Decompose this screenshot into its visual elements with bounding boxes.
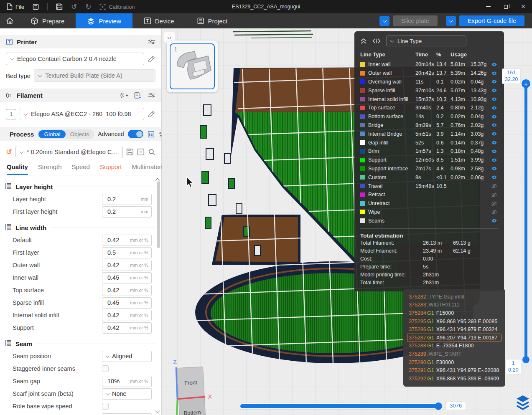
eye-off-icon[interactable] <box>490 200 498 207</box>
tab-preview[interactable]: Preview <box>76 13 132 28</box>
eye-off-icon[interactable] <box>490 192 498 198</box>
eye-icon[interactable] <box>490 165 498 172</box>
eye-icon[interactable] <box>490 218 498 224</box>
layers-view-icon[interactable] <box>515 395 531 411</box>
gcode-line-375287[interactable]: 375287G1X96.207 Y94.713 E.00187 <box>407 334 501 342</box>
search-params-icon[interactable] <box>148 148 155 156</box>
gcode-line-375284[interactable]: 375284G1F15000 <box>407 309 501 317</box>
printer-settings-icon[interactable] <box>148 39 155 45</box>
layer-slider-top-handle[interactable]: + <box>522 79 530 88</box>
filament-slot-number[interactable]: 1 <box>6 109 16 119</box>
preview-viewport[interactable]: Front Bottom Z X Y ‹› 1 <box>162 28 532 415</box>
tab-project[interactable]: Project <box>186 13 239 28</box>
eye-icon[interactable] <box>490 174 498 180</box>
move-slider-handle[interactable] <box>435 402 442 410</box>
bed-type-select[interactable]: Textured Build Plate (Side A) <box>34 69 155 82</box>
first-layer-input[interactable]: 0.5mm or % <box>102 247 152 258</box>
outer-wall-input[interactable]: 0.42mm or % <box>102 260 152 271</box>
tab-strength[interactable]: Strength <box>38 163 62 175</box>
filament-preset-select[interactable]: Elegoo ASA @ECC2 - 260_100 f0.98 <box>20 108 144 120</box>
first-layer-height-input[interactable]: 0.2mm <box>102 206 152 218</box>
eye-icon[interactable] <box>490 131 498 137</box>
eye-off-icon[interactable] <box>490 183 498 189</box>
eye-icon[interactable] <box>490 87 498 94</box>
filament-settings-icon[interactable] <box>148 92 155 98</box>
view-type-select[interactable]: Line Type <box>386 35 466 46</box>
seam-position-select[interactable]: Aligned <box>102 351 152 362</box>
scarf-joint-seam-beta-select[interactable]: None <box>102 388 152 400</box>
layer-slider-track[interactable] <box>524 84 527 360</box>
move-slider-track[interactable] <box>239 403 439 409</box>
sparse-infill-input[interactable]: 0.45mm or % <box>102 297 152 309</box>
export-gcode-button[interactable]: Export G-code file <box>459 15 524 26</box>
eye-icon[interactable] <box>490 70 498 76</box>
view-cube[interactable]: Front Bottom Z X Y <box>170 357 214 415</box>
restore-button[interactable] <box>497 0 514 13</box>
slice-plate-button[interactable]: Slice plate <box>393 15 438 26</box>
seam-gap-input[interactable]: 10%mm or % <box>102 376 152 387</box>
plate-thumbnail[interactable]: 1 <box>167 40 218 92</box>
gcode-viewer-icon[interactable] <box>372 38 381 44</box>
inner-wall-input[interactable]: 0.45mm or % <box>102 272 152 283</box>
gcode-line-375290[interactable]: 375290G1F30000 <box>407 358 501 367</box>
gcode-line-375288[interactable]: 375288G1E-.73354 F1800 <box>407 342 501 350</box>
gcode-line-375286[interactable]: 375286G1X96.431 Y94.979 E.00324 <box>407 325 501 334</box>
collapse-panel-icon[interactable] <box>360 38 367 44</box>
gcode-line-375285[interactable]: 375285G1X96.868 Y95.393 E.00085 <box>407 317 501 326</box>
eye-icon[interactable] <box>490 148 498 154</box>
add-filament-icon[interactable] <box>120 92 128 99</box>
eye-icon[interactable] <box>490 96 498 102</box>
save-preset-icon[interactable] <box>126 148 134 156</box>
export-options-chevron[interactable] <box>446 16 456 26</box>
undo-icon[interactable]: ↺ <box>71 3 77 11</box>
minimize-button[interactable] <box>479 0 497 13</box>
gcode-line-375283[interactable]: 375283;WIDTH:0.111 <box>407 301 501 309</box>
eye-icon[interactable] <box>490 122 498 128</box>
edit-filament-icon[interactable] <box>148 110 155 118</box>
gcode-line-375282[interactable]: 375282;TYPE:Gap infill <box>407 293 501 301</box>
slice-options-chevron[interactable] <box>379 16 389 26</box>
eye-off-icon[interactable] <box>490 209 498 215</box>
tab-speed[interactable]: Speed <box>72 163 90 175</box>
advanced-toggle[interactable] <box>128 130 143 138</box>
gcode-line-375291[interactable]: 375291G1X96.431 Y94.979 E-.02088 <box>407 366 501 375</box>
eye-icon[interactable] <box>490 157 498 163</box>
eye-icon[interactable] <box>490 139 498 146</box>
edit-printer-icon[interactable] <box>148 55 155 63</box>
param-table-icon[interactable] <box>148 131 155 138</box>
default-input[interactable]: 0.42mm or % <box>102 235 152 246</box>
sync-filament-icon[interactable] <box>134 92 142 99</box>
tab-support[interactable]: Support <box>100 163 122 175</box>
eye-icon[interactable] <box>490 105 498 111</box>
role-base-wipe-speed-checkbox[interactable] <box>102 403 109 410</box>
process-preset-select[interactable]: * 0.20mm Standard @Elegoo CC... <box>15 146 123 158</box>
staggered-inner-seams-checkbox[interactable] <box>102 365 109 372</box>
close-button[interactable]: × <box>514 0 532 13</box>
wipe-speed-input[interactable]: 100%mm/s or % <box>102 413 152 415</box>
home-button[interactable] <box>0 13 19 28</box>
reset-process-icon[interactable]: ↺ <box>6 148 12 156</box>
printer-preset-select[interactable]: Elegoo Centauri Carbon 2 0.4 nozzle <box>6 53 144 65</box>
file-menu[interactable]: File <box>7 3 24 10</box>
support-input[interactable]: 0.42mm or % <box>102 322 152 334</box>
save-icon[interactable] <box>56 3 63 10</box>
notes-icon[interactable] <box>33 4 39 10</box>
calibration-button[interactable]: Calibration <box>99 4 135 10</box>
internal-solid-infill-input[interactable]: 0.42mm or % <box>102 310 152 321</box>
redo-icon[interactable]: ↻ <box>85 3 91 11</box>
tab-device[interactable]: Device <box>132 13 186 28</box>
tab-quality[interactable]: Quality <box>7 163 28 175</box>
eye-icon[interactable] <box>490 61 498 68</box>
scope-global[interactable]: Global <box>38 130 66 138</box>
tab-prepare[interactable]: Prepare <box>19 13 76 28</box>
gcode-line-375289[interactable]: 375289;WIPE_START <box>407 350 501 358</box>
sidebar-scrollbar[interactable] <box>157 181 160 248</box>
layer-height-input[interactable]: 0.2mm <box>102 194 152 205</box>
gcode-line-375292[interactable]: 375292G1X96.868 Y95.393 E-.03609 <box>407 375 501 383</box>
scope-objects[interactable]: Objects <box>66 130 93 138</box>
top-surface-input[interactable]: 0.42mm or % <box>102 285 152 296</box>
layer-slider-bottom-handle[interactable] <box>522 356 529 363</box>
eye-icon[interactable] <box>490 78 498 85</box>
delete-preset-icon[interactable] <box>137 148 145 156</box>
eye-icon[interactable] <box>490 114 498 120</box>
